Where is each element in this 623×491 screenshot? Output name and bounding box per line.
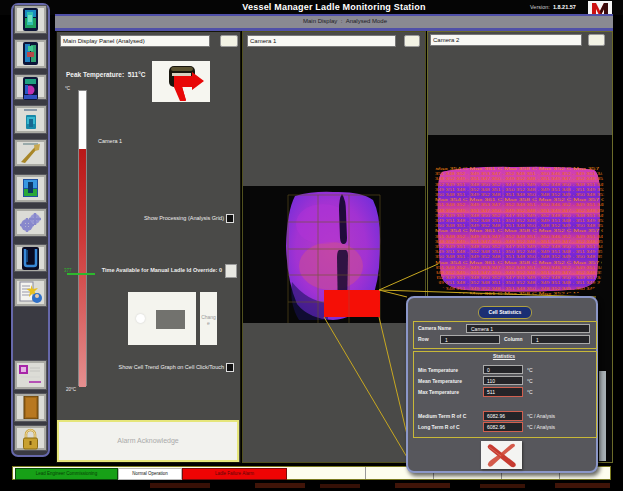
svg-text:348 352 349 - 351 347 350 - 34: 348 352 349 - 351 347 350 - 349 352 348 … [435,240,606,244]
svg-text:352 349 351 - 348 350 352 - 34: 352 349 351 - 348 350 352 - 347 351 349 … [435,245,606,249]
svg-text:351 348 352 - 349 353 347 - 35: 351 348 352 - 349 353 347 - 352 348 351 … [435,235,606,239]
svg-text:351 348 352 - 349 353 347 - 35: 351 348 352 - 349 353 347 - 352 348 351 … [435,172,606,176]
svg-text:350 348 351 - 349 352 348 - 35: 350 348 351 - 349 352 348 - 351 348 350 … [435,287,606,291]
svg-text:348 352 349 - 351 347 350 - 34: 348 352 349 - 351 347 350 - 349 352 348 … [435,177,606,181]
svg-text:349 351 348 - 352 348 351 - 35: 349 351 348 - 352 348 351 - 350 352 348 … [435,188,606,192]
svg-text:Max 354 C Max 361 C Max: Max 354 C Max 361 C Max 358 C Max 352 C … [435,229,607,233]
svg-text:Max 354 C Max 361 C Max: Max 354 C Max 361 C Max 358 C Max 352 C … [435,198,607,202]
svg-text:352 349 351 - 348 350 352 - 34: 352 349 351 - 348 350 352 - 347 351 349 … [435,214,606,218]
svg-text:352 349 351 - 348 350 352 - 34: 352 349 351 - 348 350 352 - 347 351 349 … [435,183,606,187]
svg-text:350 348 351 - 349 352 348 - 35: 350 348 351 - 349 352 348 - 351 348 350 … [435,193,606,197]
svg-text:349 351 348 - 352 348 351 - 35: 349 351 348 - 352 348 351 - 350 352 348 … [435,281,606,285]
svg-text:Max 354 C Max 361 C Max: Max 354 C Max 361 C Max 358 C Max 352 C … [435,167,607,171]
svg-text:349 351 348 - 352 348 351 - 35: 349 351 348 - 352 348 351 - 350 352 348 … [435,250,606,254]
svg-text:351 348 352 - 349 353 347 - 35: 351 348 352 - 349 353 347 - 352 348 351 … [435,203,606,207]
svg-text:349 351 348 - 352 348 351 - 35: 349 351 348 - 352 348 351 - 350 352 348 … [435,219,606,223]
svg-text:351 348 352 - 349 353 347 - 35: 351 348 352 - 349 353 347 - 352 348 351 … [435,266,606,270]
svg-text:350 348 351 - 349 352 348 - 35: 350 348 351 - 349 352 348 - 351 348 350 … [435,224,606,228]
svg-text:348 352 349 - 351 347 350 - 34: 348 352 349 - 351 347 350 - 349 352 348 … [435,209,606,213]
svg-text:348 352 349 - 351 347 350 - 34: 348 352 349 - 351 347 350 - 349 352 348 … [435,271,606,275]
svg-text:Max 354 C Max 361 C Max: Max 354 C Max 361 C Max 358 C Max 352 C … [435,261,607,265]
svg-text:350 348 351 - 349 352 348 - 35: 350 348 351 - 349 352 348 - 351 348 350 … [435,255,606,259]
svg-text:352 349 351 - 348 350 352 - 34: 352 349 351 - 348 350 352 - 347 351 349 … [435,276,606,280]
